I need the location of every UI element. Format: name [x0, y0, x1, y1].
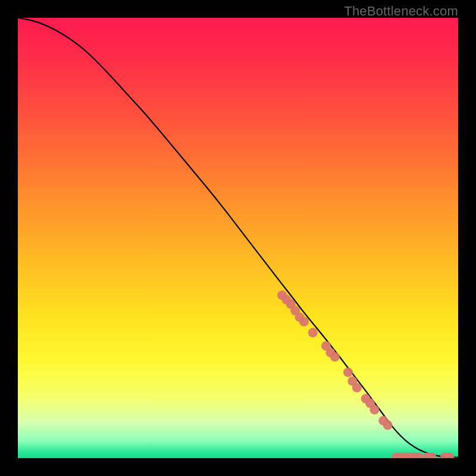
chart-svg [18, 18, 458, 458]
data-point [299, 317, 309, 327]
plot-area [18, 18, 458, 458]
data-point [308, 328, 318, 337]
data-point [369, 405, 379, 415]
data-point [352, 383, 362, 393]
chart-frame: TheBottleneck.com [0, 0, 476, 476]
data-point [383, 421, 393, 430]
data-point [343, 368, 353, 377]
data-point [330, 352, 340, 362]
gradient-background [18, 18, 458, 458]
watermark-text: TheBottleneck.com [344, 4, 458, 19]
